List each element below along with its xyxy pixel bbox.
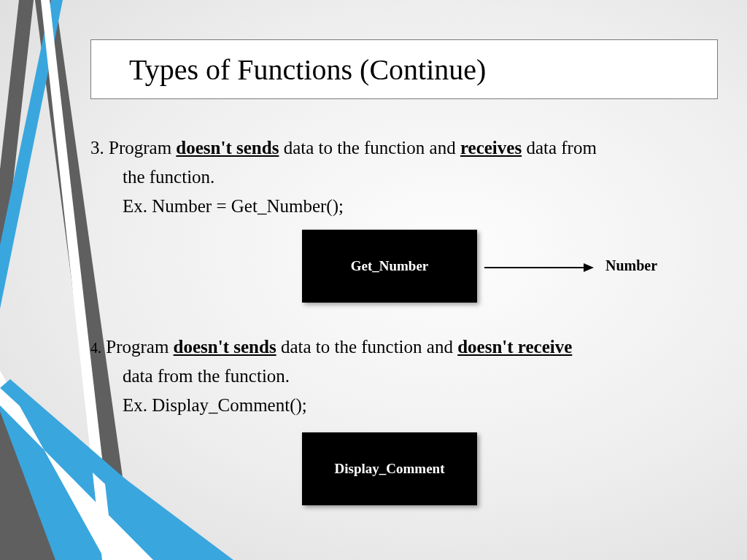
- function-box-display-comment: Display_Comment: [302, 432, 477, 505]
- svg-marker-8: [0, 411, 55, 560]
- slide-body: 3. Program doesn't sends data to the fun…: [90, 136, 718, 513]
- arrow-icon: [484, 263, 594, 272]
- function-box-get-number: Get_Number: [302, 230, 477, 303]
- output-label-number: Number: [605, 256, 657, 276]
- item-4-example: Ex. Display_Comment();: [90, 393, 718, 418]
- item-3-line-1: 3. Program doesn't sends data to the fun…: [90, 136, 718, 160]
- item-4-number: 4.: [90, 340, 101, 356]
- text: Program: [104, 138, 177, 158]
- item-3-example: Ex. Number = Get_Number();: [90, 194, 718, 219]
- text: data to the function and: [279, 138, 460, 158]
- item-3-number: 3.: [90, 138, 104, 158]
- svg-marker-10: [584, 263, 594, 272]
- title-box: Types of Functions (Continue): [90, 39, 718, 99]
- item-4-line-1: 4. Program doesn't sends data to the fun…: [90, 335, 718, 359]
- underline-receives: receives: [460, 138, 522, 158]
- underline-doesnt-receive: doesn't receive: [457, 337, 572, 357]
- underline-doesnt-sends: doesn't sends: [176, 138, 279, 158]
- svg-marker-0: [0, 0, 34, 560]
- item-3-line-2: the function.: [90, 165, 718, 190]
- text: Program: [101, 337, 174, 357]
- item-4-line-2: data from the function.: [90, 364, 718, 389]
- underline-doesnt-sends-2: doesn't sends: [174, 337, 276, 357]
- diagram-1: Get_Number Number: [90, 230, 718, 317]
- slide-title: Types of Functions (Continue): [129, 52, 486, 87]
- text: data to the function and: [276, 337, 458, 357]
- text: data from: [522, 138, 597, 158]
- diagram-2: Display_Comment: [90, 432, 718, 513]
- svg-marker-3: [0, 0, 63, 560]
- slide: Types of Functions (Continue) 3. Program…: [0, 0, 747, 560]
